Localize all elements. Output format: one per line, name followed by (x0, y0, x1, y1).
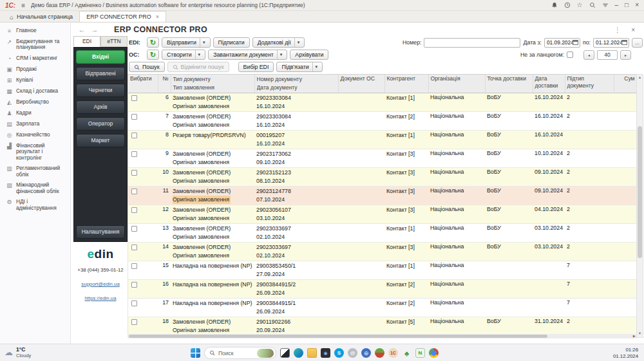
horizontal-scrollbar[interactable]: ▶ (128, 334, 636, 338)
scroll-up-icon[interactable]: ▲ (637, 75, 643, 81)
os-refresh-button[interactable]: ↻ (147, 50, 159, 60)
not-in-chain-checkbox[interactable] (567, 51, 573, 58)
select-edi-button[interactable]: Вибір EDI (238, 62, 274, 72)
folder-button-архів[interactable]: Архів (76, 100, 125, 114)
header-doc-subtype[interactable]: Підтип документу (565, 75, 614, 93)
date-from-input[interactable]: 01.09.2024 (544, 38, 580, 48)
table-row[interactable]: 18Замовлення (ORDER)Оригінал замовлення2… (128, 317, 636, 336)
photos-icon[interactable]: ◉ (321, 348, 330, 358)
header-counterparty[interactable]: Контрагент (384, 75, 428, 93)
maximize-button[interactable]: □ (625, 2, 629, 8)
cancel-search-button[interactable]: Відмінити пошук (167, 62, 229, 72)
table-row[interactable]: 6Замовлення (ORDER)Оригінал замовлення29… (128, 93, 636, 112)
translator-icon[interactable]: ⊕ (361, 348, 371, 358)
header-delivery-date[interactable]: Дата доставки (533, 75, 565, 93)
form-close-icon[interactable]: × (631, 26, 635, 33)
date-more-button[interactable]: ... (632, 38, 643, 48)
table-row[interactable]: 14Замовлення (ORDER)Оригінал замовлення2… (128, 243, 636, 261)
windows-start-button[interactable] (191, 348, 200, 358)
search-button[interactable]: Пошук (129, 62, 165, 72)
sidebar-item-міжнародний-фінансовий-облік[interactable]: ▧Міжнародний фінансовий облік (0, 180, 70, 197)
sidebar-item-кадри[interactable]: ♟Кадри (0, 107, 70, 118)
row-checkbox[interactable] (131, 319, 137, 325)
row-checkbox[interactable] (131, 114, 137, 120)
table-row[interactable]: 12Замовлення (ORDER)Оригінал замовлення2… (128, 205, 636, 224)
row-checkbox[interactable] (131, 133, 137, 138)
chevron-down-icon[interactable]: ▾ (200, 38, 205, 47)
header-doc-os[interactable]: Документ ОС (338, 75, 384, 93)
sidebar-item-казначейство[interactable]: ◎Казначейство (0, 129, 70, 140)
favorites-star-icon[interactable]: ☆ (577, 2, 583, 8)
scroll-down-icon[interactable]: ▼ (637, 331, 643, 337)
sidebar-item-нді-і-адміністрування[interactable]: ⚙НДІ і адміністрування (0, 197, 70, 214)
header-delivery-point[interactable]: Точка доставки (485, 75, 533, 93)
sidebar-item-crm-і-маркетинг[interactable]: ◔CRM і маркетинг (0, 53, 70, 64)
load-document-button[interactable]: Завантажити документ▾ (208, 50, 287, 60)
1c-app-icon[interactable]: 1С (388, 348, 398, 358)
tab-erp-connector[interactable]: ERP CONNECTOR PRO × (79, 11, 166, 22)
pager-next-button[interactable]: ▸ (620, 50, 631, 60)
plant-icon[interactable]: ♣ (402, 348, 412, 358)
search-highlight-image[interactable] (257, 349, 274, 358)
calendar-icon[interactable] (621, 40, 627, 45)
vertical-scrollbar[interactable]: ▲ ▼ (636, 74, 643, 338)
tab-close-icon[interactable]: × (156, 14, 159, 20)
row-checkbox[interactable] (131, 170, 137, 176)
forward-button[interactable]: → (90, 26, 100, 34)
table-row[interactable]: 7Замовлення (ORDER)Оригінал замовлення29… (128, 112, 636, 131)
row-checkbox[interactable] (131, 189, 137, 194)
folder-button-чернетки[interactable]: Чернетки (76, 84, 125, 97)
settings-button[interactable]: Налаштування (76, 225, 125, 239)
chevron-down-icon[interactable]: ▾ (312, 62, 318, 71)
sidebar-item-главное[interactable]: ≡Главное (0, 25, 70, 36)
edi-refresh-button[interactable]: ↻ (147, 37, 159, 48)
header-num[interactable]: № (158, 75, 171, 93)
functions-menu-icon[interactable] (602, 2, 609, 8)
folder-button-вхідні[interactable]: Вхідні (76, 50, 125, 64)
sidebar-item-купівлі[interactable]: ⊞Купівлі (0, 75, 70, 86)
sidebar-item-бюджетування-та-планування[interactable]: ↗Бюджетування та планування (0, 36, 70, 53)
close-window-button[interactable]: × (635, 2, 639, 8)
folder-button-оператор[interactable]: Оператор (76, 117, 125, 131)
row-checkbox[interactable] (131, 207, 137, 213)
date-to-input[interactable]: 01.12.2024 (593, 38, 629, 48)
panel-tab-ettn[interactable]: eTTN (100, 36, 128, 47)
header-doc-number[interactable]: Номер документуДата документу (254, 75, 338, 93)
taskbar-clock[interactable]: 01:26 01.12.2024 (613, 347, 638, 359)
browser-icon[interactable] (375, 348, 384, 358)
sidebar-item-продажі[interactable]: ▣Продажі (0, 64, 70, 75)
header-sum[interactable]: Сум (614, 75, 636, 93)
vertical-scroll-thumb[interactable] (638, 126, 642, 258)
archive-button[interactable]: Архівувати (290, 50, 328, 60)
table-row[interactable]: 9Замовлення (ORDER)Оригінал замовлення29… (128, 149, 636, 168)
calendar-icon[interactable] (573, 40, 578, 45)
edin-site-link[interactable]: https://edin.ua (73, 295, 128, 301)
folder-button-маркет[interactable]: Маркет (76, 134, 125, 147)
back-button[interactable]: ← (77, 26, 87, 34)
history-clock-icon[interactable] (564, 2, 571, 8)
table-row[interactable]: 11Замовлення (ORDER)Оригінал замовлення2… (128, 187, 636, 205)
minimize-button[interactable]: – (615, 2, 619, 8)
folder-button-відправлені[interactable]: Відправлені (76, 67, 125, 80)
sidebar-item-зарплата[interactable]: ▤Зарплата (0, 118, 70, 129)
tab-home[interactable]: ⌂ Начальная страница (3, 12, 79, 22)
weather-widget[interactable]: ☁ 1°C Cloudy (5, 346, 31, 358)
skype-icon[interactable]: S (334, 348, 344, 358)
sidebar-item-склад-і-доставка[interactable]: ▦Склад і доставка (0, 86, 70, 97)
header-organization[interactable]: Організація (428, 75, 485, 93)
row-checkbox[interactable] (131, 226, 137, 232)
sidebar-item-виробництво[interactable]: ◭Виробництво (0, 97, 70, 107)
notepad-icon[interactable]: N (415, 348, 425, 358)
row-checkbox[interactable] (131, 301, 137, 306)
table-row[interactable]: 8Резерв товару(PRDRSRVN)00019520716.10.2… (128, 131, 636, 149)
row-checkbox[interactable] (131, 282, 137, 288)
row-checkbox[interactable] (131, 245, 137, 250)
powershell-icon[interactable]: @ (348, 348, 357, 358)
row-checkbox[interactable] (131, 263, 137, 269)
notifications-bell-icon[interactable] (551, 2, 558, 8)
send-button[interactable]: Відправити▾ (162, 37, 211, 48)
pager-prev-button[interactable]: ◂ (583, 50, 594, 60)
sign-button[interactable]: Підписати (213, 37, 250, 48)
panel-tab-edi[interactable]: EDI (73, 36, 100, 47)
form-more-icon[interactable]: ⋮ (614, 26, 621, 33)
